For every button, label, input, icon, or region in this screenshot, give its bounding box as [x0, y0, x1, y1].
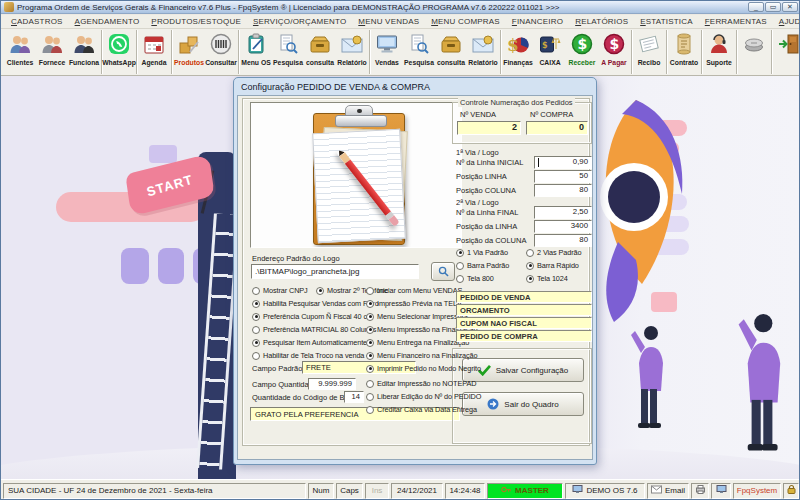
- toolbar-coins-button[interactable]: [738, 30, 770, 74]
- logo-path-input[interactable]: .\BITMAP\logo_prancheta.jpg: [251, 264, 419, 279]
- drawer-icon: [308, 32, 332, 58]
- toolbar-consultar-button[interactable]: Consultar: [205, 30, 237, 74]
- menu-label: MENU COMPRAS: [431, 17, 500, 26]
- toolbar-suporte-button[interactable]: Suporte: [703, 30, 735, 74]
- toolbar-consulta-button[interactable]: consulta: [304, 30, 336, 74]
- toolbar-whatsapp-button[interactable]: WhatsApp: [103, 30, 135, 74]
- lock-status-icon[interactable]: [783, 483, 799, 499]
- toolbar-receber-button[interactable]: $Receber: [566, 30, 598, 74]
- toolbar-produtos-button[interactable]: Produtos: [173, 30, 205, 74]
- menu-estatistica[interactable]: ESTATISTICA: [634, 16, 699, 27]
- toolbar-exit-door-button[interactable]: [773, 30, 800, 74]
- toolbar-fornece-button[interactable]: Fornece: [36, 30, 68, 74]
- option-menu-selecionar-impressora[interactable]: Menu Selecionar Impressora: [366, 312, 468, 321]
- field-input-n-da-linha-inicial[interactable]: 0,90: [534, 156, 592, 169]
- option-menu-entrega-na-finaliza-o[interactable]: Menu Entrega na Finalização: [366, 338, 469, 347]
- radio-barra-padr-o[interactable]: Barra Padrão: [456, 261, 509, 270]
- screen-icon: [572, 484, 583, 497]
- radio-checked-icon: [366, 326, 374, 334]
- toolbar-pesquisa-button[interactable]: Pesquisa: [403, 30, 435, 74]
- compra-number-field[interactable]: 0: [526, 121, 588, 135]
- menu-ferramentas[interactable]: FERRAMENTAS: [699, 16, 773, 27]
- menu-produtos-estoque[interactable]: PRODUTOS/ESTOQUE: [145, 16, 247, 27]
- toolbar-recibo-button[interactable]: Recibo: [633, 30, 665, 74]
- menu-label: AGENDAMENTO: [75, 17, 140, 26]
- menu-servi-o-or-amento[interactable]: SERVIÇO/ORÇAMENTO: [247, 16, 352, 27]
- option-habilitar-de-tela-troco-na-venda[interactable]: Habilitar de Tela Troco na venda: [252, 351, 364, 360]
- toolbar-a-pagar-button[interactable]: $A Pagar: [598, 30, 630, 74]
- window-title: Programa Ordem de Serviços Gerais & Fina…: [17, 3, 745, 12]
- purple-pill-shape: [121, 248, 149, 284]
- field-input-n-da-linha-final[interactable]: 2,50: [534, 206, 592, 219]
- toolbar-clientes-button[interactable]: Clientes: [4, 30, 36, 74]
- radio-checked-icon: [252, 339, 260, 347]
- radio-2-vias-padr-o[interactable]: 2 Vias Padrão: [526, 248, 581, 257]
- option-prefer-ncia-matricial-80-colunas[interactable]: Preferência MATRICIAL 80 Colunas: [252, 325, 376, 334]
- toolbar-finan-as-button[interactable]: $Finanças: [502, 30, 534, 74]
- radio-barra-r-pido[interactable]: Barra Rápido: [526, 261, 579, 270]
- toolbar-relat-rio-button[interactable]: Relatório: [467, 30, 499, 74]
- menu-agendamento[interactable]: AGENDAMENTO: [69, 16, 146, 27]
- option-creditar-caixa-via-data-entrega[interactable]: Creditar Caixa via Data Entrega: [366, 405, 477, 414]
- field-input-posi-o-da-linha[interactable]: 3400: [534, 220, 592, 233]
- radio-tela-1024[interactable]: Tela 1024: [526, 274, 568, 283]
- dialog-title[interactable]: Configuração PEDIDO DE VENDA & COMPRA: [237, 78, 593, 95]
- menu-menu-vendas[interactable]: MENU VENDAS: [352, 16, 425, 27]
- compra-label: Nº COMPRA: [530, 110, 573, 119]
- option-imprimir-pedido-no-modo-negrito[interactable]: Imprimir Pedido no Modo Negrito: [366, 364, 481, 373]
- field-input-posi-o-linha[interactable]: 50: [534, 170, 592, 183]
- toolbar-funciona-button[interactable]: Funciona: [68, 30, 100, 74]
- toolbar-agenda-button[interactable]: Agenda: [138, 30, 170, 74]
- codigo-barras-input[interactable]: 14: [344, 391, 364, 403]
- option-mostrar-cnpj[interactable]: Mostrar CNPJ: [252, 286, 308, 295]
- toolbar-vendas-button[interactable]: Vendas: [371, 30, 403, 74]
- toolbar-button-label: Clientes: [7, 59, 33, 66]
- toolbar-pesquisa-button[interactable]: Pesquisa: [272, 30, 304, 74]
- option-impress-o-pr-via-na-tela[interactable]: Impressão Prévia na TELA: [366, 299, 462, 308]
- logo-preview-image: [250, 102, 462, 248]
- campo-quantidade-input[interactable]: 9.999.999: [308, 378, 356, 390]
- radio-tela-800[interactable]: Tela 800: [456, 274, 494, 283]
- toolbar-consulta-button[interactable]: consulta: [435, 30, 467, 74]
- option-label: Barra Rápido: [537, 261, 579, 270]
- minimize-button[interactable]: _: [748, 2, 764, 12]
- field-input-posi-o-coluna[interactable]: 80: [534, 184, 592, 197]
- caps-lock-indicator: Caps: [336, 483, 363, 499]
- menu-financeiro[interactable]: FINANCEIRO: [506, 16, 569, 27]
- status-email[interactable]: Email: [647, 483, 689, 499]
- radio-1-via-padr-o[interactable]: 1 Via Padrão: [456, 248, 508, 257]
- option-prefer-ncia-cupom-fiscal-40-col[interactable]: Preferência Cupom Ñ Fiscal 40 col: [252, 312, 372, 321]
- status-time: 14:24:48: [445, 483, 485, 499]
- status-text: Caps: [340, 486, 359, 495]
- doc-title-field-orcamento[interactable]: ORCAMENTO: [456, 304, 592, 316]
- option-editar-impress-o-no-notepad[interactable]: Editar Impressão no NOTEPAD: [366, 379, 476, 388]
- option-label: Pesquisar Item Automaticamente: [263, 338, 367, 347]
- option-iniciar-com-menu-vendas[interactable]: Iniciar com Menu VENDAS: [366, 286, 462, 295]
- close-button[interactable]: ✕: [782, 2, 798, 12]
- menu-cadastros[interactable]: CADASTROS: [5, 16, 69, 27]
- option-pesquisar-item-automaticamente[interactable]: Pesquisar Item Automaticamente: [252, 338, 367, 347]
- option-habilita-pesquisar-vendas-com-filtro[interactable]: Habilita Pesquisar Vendas com Filtro: [252, 299, 379, 308]
- option-menu-financeiro-na-finaliza-o[interactable]: Menu Financeiro na Finalização: [366, 351, 477, 360]
- maximize-button[interactable]: ▭: [765, 2, 781, 12]
- drawer-icon: [439, 32, 463, 58]
- option-liberar-edi-o-do-n-do-pedido[interactable]: Liberar Edição do Nº do PEDIDO: [366, 392, 481, 401]
- menu-menu-compras[interactable]: MENU COMPRAS: [425, 16, 506, 27]
- venda-number-field[interactable]: 2: [457, 121, 521, 135]
- printer-status-icon[interactable]: [691, 483, 709, 499]
- doc-title-field-cupom-nao-fiscal[interactable]: CUPOM NAO FISCAL: [456, 317, 592, 329]
- field-input-posi-o-da-coluna[interactable]: 80: [534, 234, 592, 247]
- status-text: Ins: [372, 486, 383, 495]
- toolbar-menu-os-button[interactable]: Menu OS: [240, 30, 272, 74]
- toolbar-caixa-button[interactable]: $CAIXA: [534, 30, 566, 74]
- doc-title-field-pedido-de-venda[interactable]: PEDIDO DE VENDA: [456, 291, 592, 303]
- toolbar-button-label: Fornece: [39, 59, 65, 66]
- toolbar-contrato-button[interactable]: Contrato: [668, 30, 700, 74]
- menu-relat-rios[interactable]: RELATÓRIOS: [569, 16, 634, 27]
- logo-search-button[interactable]: [431, 262, 455, 281]
- doc-title-field-pedido-de-compra[interactable]: PEDIDO DE COMPRA: [456, 330, 592, 342]
- radio-checked-icon: [366, 313, 374, 321]
- toolbar-relat-rio-button[interactable]: Relatório: [336, 30, 368, 74]
- network-status-icon[interactable]: [711, 483, 731, 499]
- menu-ajuda[interactable]: AJUDA: [773, 16, 800, 27]
